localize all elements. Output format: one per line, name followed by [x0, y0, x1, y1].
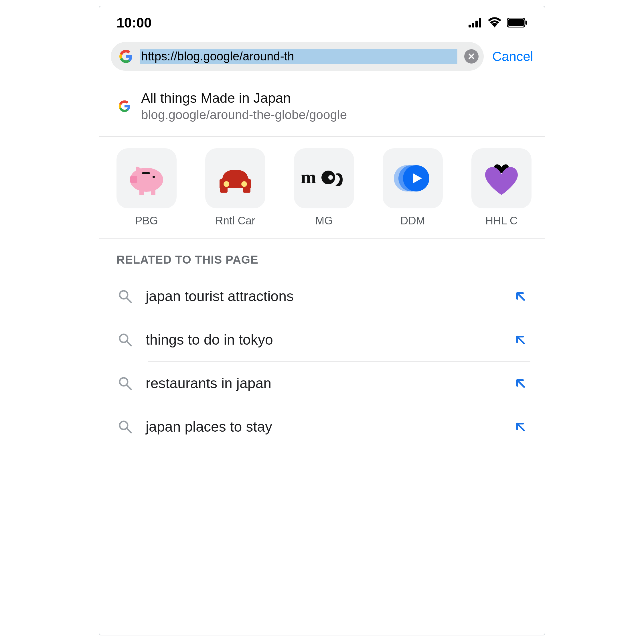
battery-icon	[507, 15, 528, 31]
shortcut-label: HHL C	[485, 215, 518, 227]
svg-rect-14	[243, 187, 250, 193]
status-indicators	[469, 15, 528, 31]
svg-text:m: m	[301, 167, 316, 187]
svg-rect-3	[479, 18, 481, 27]
car-icon	[205, 148, 265, 208]
svg-line-30	[127, 428, 131, 433]
search-icon	[116, 333, 134, 347]
svg-rect-0	[469, 25, 471, 27]
heart-icon	[471, 148, 532, 208]
suggestion-row[interactable]: things to do in tokyo	[148, 318, 530, 362]
svg-rect-8	[139, 190, 144, 195]
related-suggestions: japan tourist attractions things to do i…	[99, 275, 545, 448]
svg-rect-6	[526, 21, 527, 25]
related-header: RELATED TO THIS PAGE	[99, 239, 545, 275]
svg-rect-9	[151, 190, 155, 195]
svg-rect-11	[142, 172, 150, 174]
svg-rect-10	[130, 176, 137, 183]
svg-line-24	[127, 298, 131, 302]
insert-arrow-icon[interactable]	[513, 421, 528, 433]
shortcut-item[interactable]: m MG	[288, 148, 360, 227]
omnibox-row: https://blog.google/around-th Cancel	[99, 33, 545, 82]
insert-arrow-icon[interactable]	[513, 290, 528, 302]
suggestion-text: restaurants in japan	[146, 375, 501, 392]
phone-frame: 10:00	[99, 6, 545, 635]
omnibox[interactable]: https://blog.google/around-th	[111, 42, 484, 71]
piggy-bank-icon	[116, 148, 177, 208]
shortcut-label: MG	[315, 215, 333, 227]
search-icon	[116, 289, 134, 303]
shortcut-label: PBG	[135, 215, 158, 227]
svg-point-12	[153, 176, 155, 178]
suggestion-row[interactable]: japan tourist attractions	[148, 275, 530, 318]
wifi-icon	[487, 15, 502, 31]
svg-line-26	[127, 341, 131, 346]
suggestion-text: japan tourist attractions	[146, 288, 501, 305]
shortcut-label: DDM	[400, 215, 425, 227]
svg-rect-2	[475, 21, 478, 27]
omnibox-url-text[interactable]: https://blog.google/around-th	[140, 49, 457, 64]
status-bar: 10:00	[99, 6, 545, 33]
insert-arrow-icon[interactable]	[513, 377, 528, 389]
svg-point-19	[328, 175, 333, 180]
top-suggestion[interactable]: All things Made in Japan blog.google/aro…	[99, 82, 545, 137]
shortcut-item[interactable]: HHL C	[466, 148, 537, 227]
insert-arrow-icon[interactable]	[513, 334, 528, 346]
suggestion-text: japan places to stay	[146, 418, 501, 435]
signal-icon	[469, 15, 482, 31]
suggestion-row[interactable]: restaurants in japan	[148, 362, 530, 405]
svg-point-15	[224, 181, 229, 187]
svg-point-16	[241, 181, 247, 187]
suggestion-text: things to do in tokyo	[146, 331, 501, 348]
google-g-icon	[118, 100, 131, 112]
shortcuts-carousel[interactable]: PBG Rntl Car m	[99, 137, 545, 239]
suggestion-row[interactable]: japan places to stay	[148, 405, 530, 448]
svg-rect-13	[220, 187, 228, 193]
status-time: 10:00	[116, 15, 152, 31]
search-icon	[116, 376, 134, 390]
shortcut-item[interactable]: Rntl Car	[199, 148, 271, 227]
cancel-button[interactable]: Cancel	[492, 49, 533, 64]
clear-icon[interactable]	[464, 49, 479, 64]
top-suggestion-title: All things Made in Japan	[141, 90, 347, 106]
mg-logo-icon: m	[294, 148, 354, 208]
shortcut-item[interactable]: DDM	[377, 148, 449, 227]
search-icon	[116, 420, 134, 434]
svg-rect-1	[472, 23, 474, 27]
shortcut-item[interactable]: PBG	[111, 148, 182, 227]
shortcut-label: Rntl Car	[215, 215, 255, 227]
svg-rect-5	[508, 19, 524, 26]
google-g-icon	[119, 49, 133, 64]
play-icon	[383, 148, 443, 208]
svg-line-28	[127, 385, 131, 389]
top-suggestion-url: blog.google/around-the-globe/google	[141, 108, 347, 122]
